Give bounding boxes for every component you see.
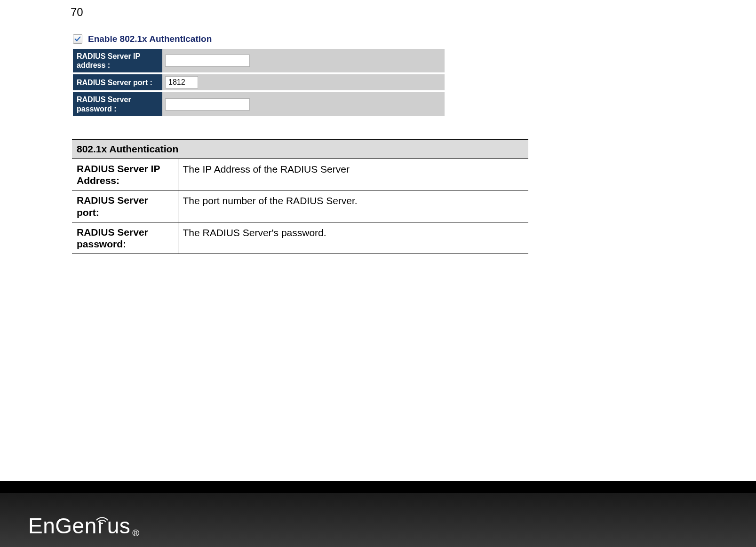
config-panel: Enable 802.1x Authentication RADIUS Serv… [73,32,445,118]
registered-icon: ® [132,528,139,539]
radius-port-label: RADIUS Server port : [73,74,162,90]
radius-ip-value-cell [162,49,445,72]
radius-ip-row: RADIUS Server IP address : [73,49,445,72]
radius-password-label: RADIUS Server password : [73,92,162,116]
checkmark-icon [74,36,81,42]
table-row: RADIUS Server IP Address: The IP Address… [72,159,528,190]
desc-label-ip: RADIUS Server IP Address: [72,159,178,190]
desc-value-password: The RADIUS Server's password. [178,222,528,254]
radius-password-row: RADIUS Server password : [73,92,445,116]
desc-value-port: The port number of the RADIUS Server. [178,190,528,222]
description-table: 802.1x Authentication RADIUS Server IP A… [72,139,528,254]
radius-ip-label: RADIUS Server IP address : [73,49,162,72]
logo-i-wrap: ı [97,513,107,539]
logo-part-us: us [107,513,131,539]
desc-label-password: RADIUS Server password: [72,222,178,254]
table-row: RADIUS Server password: The RADIUS Serve… [72,222,528,254]
desc-label-port: RADIUS Server port: [72,190,178,222]
wifi-icon [95,504,109,529]
radius-ip-input[interactable] [165,55,250,67]
radius-password-value-cell [162,92,445,116]
svg-point-0 [101,523,103,524]
footer: EnGen ı us® [0,481,756,547]
page-number: 70 [71,6,83,19]
radius-port-row: RADIUS Server port : [73,74,445,90]
enable-802-1x-row: Enable 802.1x Authentication [73,32,445,49]
brand-logo: EnGen ı us® [28,513,140,539]
enable-802-1x-label: Enable 802.1x Authentication [88,34,212,44]
desc-value-ip: The IP Address of the RADIUS Server [178,159,528,190]
radius-port-value-cell [162,74,445,90]
radius-port-input[interactable] [165,76,198,88]
logo-part-gen: Gen [55,513,96,539]
logo-part-en: En [28,513,55,539]
enable-802-1x-checkbox[interactable] [73,34,82,44]
radius-password-input[interactable] [165,98,250,111]
table-row: RADIUS Server port: The port number of t… [72,190,528,222]
description-header: 802.1x Authentication [72,139,528,159]
